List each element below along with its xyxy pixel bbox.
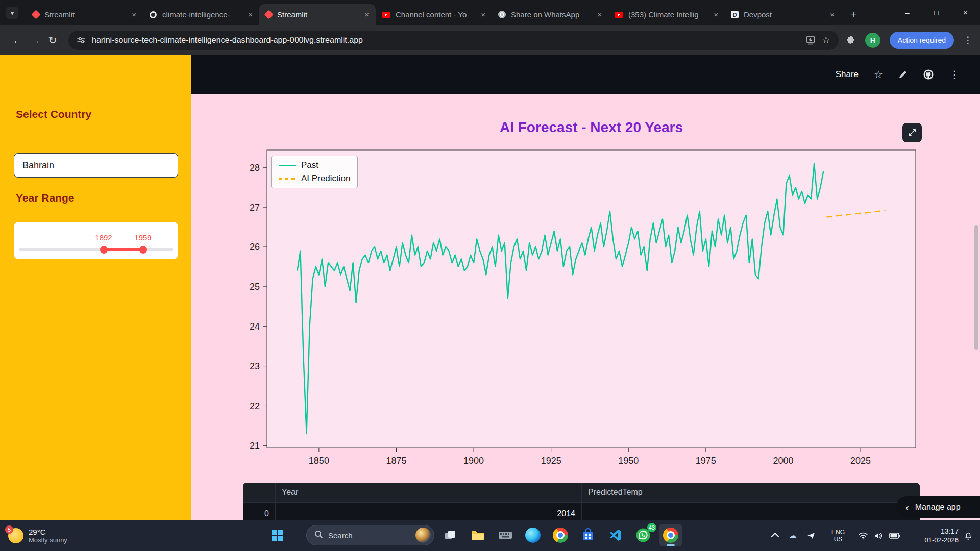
- weather-temp: 29°C: [29, 528, 67, 536]
- taskbar-search[interactable]: Search: [306, 525, 434, 545]
- browser-tab-3[interactable]: Channel content - Yo×: [376, 4, 492, 25]
- tab-close-icon[interactable]: ×: [595, 9, 604, 20]
- notifications-icon[interactable]: [962, 520, 975, 551]
- legend-line-sample: [279, 165, 296, 166]
- svg-text:1875: 1875: [386, 456, 406, 466]
- browser-tab-4[interactable]: Share on WhatsApp×: [492, 4, 608, 25]
- slider-track[interactable]: [19, 248, 173, 251]
- browser-tab-1[interactable]: climate-intelligence-×: [143, 4, 259, 25]
- svg-text:1975: 1975: [696, 456, 716, 466]
- tab-close-icon[interactable]: ×: [129, 9, 139, 20]
- manage-app-button[interactable]: ‹ Manage app: [896, 496, 980, 518]
- tab-title: Channel content - Yo: [396, 10, 478, 19]
- clock-date: 01-02-2026: [925, 536, 959, 544]
- tab-close-icon[interactable]: ×: [246, 9, 255, 20]
- windows-logo-icon: [272, 530, 283, 541]
- browser-tab-0[interactable]: Streamlit×: [27, 4, 143, 25]
- svg-text:2000: 2000: [773, 456, 793, 466]
- fullscreen-expand-icon[interactable]: [902, 123, 922, 142]
- manage-app-label: Manage app: [915, 503, 961, 512]
- tab-search-button[interactable]: ▾: [6, 7, 18, 19]
- legend-line-sample: [279, 178, 296, 180]
- browser-tab-5[interactable]: (353) Climate Intellig×: [608, 4, 725, 25]
- maximize-button[interactable]: □: [922, 0, 951, 25]
- profile-avatar[interactable]: H: [865, 33, 880, 48]
- close-button[interactable]: ×: [951, 0, 980, 25]
- back-icon[interactable]: ←: [9, 32, 27, 49]
- site-info-icon[interactable]: [77, 36, 86, 45]
- tabs-container: Streamlit×climate-intelligence-×Streamli…: [27, 4, 841, 25]
- tab-close-icon[interactable]: ×: [362, 9, 372, 20]
- search-placeholder: Search: [328, 531, 410, 540]
- svg-text:1950: 1950: [618, 456, 639, 466]
- country-select-value: Bahrain: [22, 160, 54, 171]
- taskbar-app-file-explorer[interactable]: [467, 524, 489, 546]
- reload-icon[interactable]: ↻: [44, 32, 61, 49]
- new-tab-button[interactable]: +: [846, 7, 862, 22]
- taskbar-clock[interactable]: 13:17 01-02-2026: [912, 520, 959, 551]
- taskbar-app-edge[interactable]: [522, 524, 544, 546]
- tab-close-icon[interactable]: ×: [711, 9, 721, 20]
- slider-value-start: 1892: [88, 233, 119, 242]
- cell-year: 2014: [275, 503, 581, 520]
- weather-badge: 5: [5, 525, 13, 534]
- extensions-icon[interactable]: [846, 35, 856, 45]
- volume-icon[interactable]: [872, 520, 885, 551]
- slider-thumb-end[interactable]: [139, 246, 147, 254]
- edit-pencil-icon[interactable]: [898, 70, 908, 79]
- file-explorer-icon: [471, 529, 485, 541]
- active-app-indicator: [667, 544, 675, 546]
- browser-toolbar: ← → ↻ harini-source-tech-climate-intelli…: [0, 25, 980, 55]
- taskbar-app-task-view[interactable]: [439, 524, 461, 546]
- clock-time: 13:17: [941, 527, 959, 536]
- slider-value-end: 1959: [128, 233, 158, 242]
- github-icon[interactable]: [923, 69, 934, 80]
- tab-close-icon[interactable]: ×: [478, 9, 488, 20]
- taskbar-app-microsoft-store[interactable]: [577, 524, 599, 546]
- tray-cloud-icon[interactable]: ☁: [786, 520, 799, 551]
- taskbar-app-touch-keyboard[interactable]: [494, 524, 517, 546]
- column-header-year[interactable]: Year: [275, 483, 581, 502]
- tab-close-icon[interactable]: ×: [827, 9, 837, 20]
- action-required-button[interactable]: Action required: [890, 32, 954, 49]
- cell-predicted-temp: [581, 503, 920, 520]
- install-app-icon[interactable]: [805, 36, 816, 45]
- svg-text:26: 26: [250, 242, 260, 252]
- bookmark-star-icon[interactable]: ☆: [822, 34, 830, 46]
- forward-icon[interactable]: →: [27, 32, 44, 49]
- column-header-predictedtemp[interactable]: PredictedTemp: [581, 483, 920, 502]
- country-select[interactable]: Bahrain: [14, 153, 178, 178]
- minimize-button[interactable]: –: [893, 0, 922, 25]
- slider-thumb-start[interactable]: [100, 246, 108, 254]
- taskbar-weather-widget[interactable]: 5 29°C Mostly sunny: [8, 520, 67, 551]
- address-bar[interactable]: harini-source-tech-climate-intelligence-…: [68, 31, 839, 50]
- share-button[interactable]: Share: [836, 69, 859, 80]
- browser-tab-2[interactable]: Streamlit×: [259, 4, 376, 25]
- taskbar-app-chrome[interactable]: [549, 524, 572, 546]
- browser-menu-icon[interactable]: ⋮: [963, 34, 973, 46]
- favorite-star-icon[interactable]: ☆: [874, 68, 883, 81]
- svg-text:28: 28: [250, 163, 260, 173]
- year-range-label: Year Range: [16, 192, 74, 204]
- taskbar-app-vscode[interactable]: [604, 524, 627, 546]
- table-row[interactable]: 02014: [243, 502, 920, 520]
- year-range-slider[interactable]: 1892 1959: [14, 222, 178, 259]
- tab-title: Streamlit: [44, 10, 129, 19]
- language-code: ENG: [831, 529, 845, 536]
- url-text: harini-source-tech-climate-intelligence-…: [92, 36, 799, 45]
- start-button[interactable]: [266, 524, 289, 546]
- browser-tab-6[interactable]: DDevpost×: [725, 4, 841, 25]
- streamlit-favicon: [264, 10, 273, 19]
- page-scrollbar[interactable]: [974, 225, 978, 350]
- language-switcher[interactable]: ENG US: [828, 520, 848, 551]
- wifi-icon[interactable]: [856, 520, 870, 551]
- tray-share-icon[interactable]: [804, 520, 818, 551]
- tray-chevron-up-icon[interactable]: [769, 520, 781, 551]
- taskbar-app-chrome[interactable]: [659, 524, 682, 546]
- search-highlight-icon[interactable]: [415, 528, 431, 543]
- taskbar-app-whatsapp[interactable]: 43: [632, 524, 654, 546]
- microsoft-store-icon: [581, 528, 595, 542]
- app-menu-icon[interactable]: ⋮: [949, 68, 960, 81]
- battery-icon[interactable]: [887, 520, 902, 551]
- column-header-index: [243, 483, 275, 502]
